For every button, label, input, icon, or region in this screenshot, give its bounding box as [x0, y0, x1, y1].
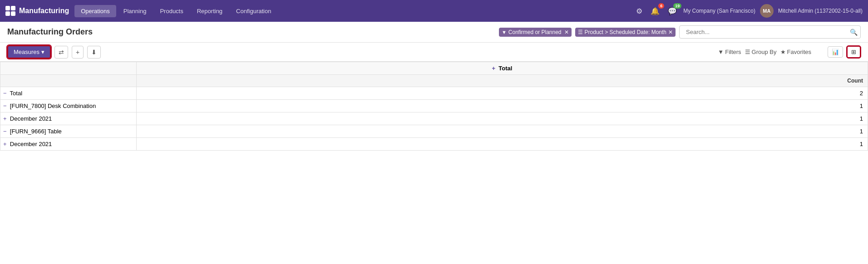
row-dec2021a-value: 1 [137, 112, 868, 125]
bell-icon[interactable]: 🔔 6 [649, 5, 661, 17]
filters-link[interactable]: ▼ Filters [718, 49, 741, 55]
measures-label: Measures [14, 49, 39, 55]
row-total-label: − Total [0, 87, 137, 100]
bar-chart-view-button[interactable]: 📊 [828, 46, 843, 58]
filter-chip-confirmed-remove[interactable]: ✕ [564, 29, 569, 35]
app-logo[interactable]: Manufacturing [5, 6, 69, 16]
expand-dec2021b-icon[interactable]: + [3, 141, 7, 147]
favorites-link[interactable]: ★ Favorites [780, 49, 811, 55]
nav-item-reporting[interactable]: Reporting [191, 5, 229, 17]
row-dec2021a-label: + December 2021 [0, 112, 137, 125]
row-furn9666-value: 1 [137, 125, 868, 138]
filter-chip-product[interactable]: ☰ Product > Scheduled Date: Month ✕ [575, 28, 676, 37]
download-icon-button[interactable]: ⬇ [87, 46, 101, 59]
table-icon: ☰ [578, 29, 583, 35]
row-dec2021b-label: + December 2021 [0, 138, 137, 151]
secondary-bar: Manufacturing Orders ▼ Confirmed or Plan… [0, 22, 868, 43]
measures-button[interactable]: Measures ▾ [7, 45, 51, 59]
nav-item-products[interactable]: Products [153, 5, 189, 17]
pivot-view-button[interactable]: ⊞ [847, 46, 861, 58]
search-input[interactable] [682, 27, 848, 37]
favorites-label: Favorites [787, 49, 811, 55]
top-navigation: Manufacturing Operations Planning Produc… [0, 0, 868, 22]
row-label-header [0, 62, 137, 75]
measures-dropdown-arrow: ▾ [41, 49, 44, 55]
groupby-label: Group By [752, 49, 777, 55]
groupby-icon: ☰ [745, 49, 750, 55]
collapse-furn7800-icon[interactable]: − [3, 103, 7, 109]
filters-label: Filters [725, 49, 741, 55]
page-title: Manufacturing Orders [7, 27, 495, 37]
row-furn9666-label: − [FURN_9666] Table [0, 125, 137, 138]
filter-chip-confirmed-label: Confirmed or Planned [508, 29, 562, 35]
table-row: + December 2021 1 [0, 138, 868, 151]
table-row: − [FURN_9666] Table 1 [0, 125, 868, 138]
filter-chip-product-label: Product > Scheduled Date: Month [585, 29, 666, 35]
nav-menu: Operations Planning Products Reporting C… [74, 5, 632, 17]
swap-icon-button[interactable]: ⇄ [54, 46, 68, 59]
count-column-header: Count [137, 75, 868, 87]
bell-badge: 6 [658, 3, 664, 9]
chat-icon[interactable]: 💬 19 [666, 5, 679, 17]
row-dec2021b-value: 1 [137, 138, 868, 151]
row-furn7800-label: − [FURN_7800] Desk Combination [0, 100, 137, 112]
pivot-table: + + Total Total Count − Total 2 [0, 62, 868, 151]
content-area: + + Total Total Count − Total 2 [0, 62, 868, 264]
filter-chip-product-remove[interactable]: ✕ [668, 29, 673, 35]
chat-badge: 19 [673, 3, 681, 9]
nav-item-configuration[interactable]: Configuration [230, 5, 277, 17]
collapse-furn9666-icon[interactable]: − [3, 128, 7, 135]
company-label: My Company (San Francisco) [683, 8, 755, 14]
star-icon: ★ [780, 49, 786, 55]
nav-item-planning[interactable]: Planning [117, 5, 153, 17]
row-total-value: 2 [137, 87, 868, 100]
table-row: − [FURN_7800] Desk Combination 1 [0, 100, 868, 112]
total-column-header: + + Total Total [137, 62, 868, 75]
filter-triangle-icon: ▼ [718, 49, 724, 55]
grid-icon [5, 6, 15, 16]
row-furn7800-value: 1 [137, 100, 868, 112]
search-wrap: 🔍 [679, 25, 861, 39]
toolbar: Measures ▾ ⇄ + ⬇ ▼ Filters ☰ Group By ★ … [0, 43, 868, 62]
empty-area [0, 151, 868, 264]
add-icon-button[interactable]: + [72, 46, 84, 59]
collapse-total-icon[interactable]: − [3, 90, 7, 97]
toolbar-right: ▼ Filters ☰ Group By ★ Favorites 📊 ⊞ [718, 46, 861, 58]
user-label: Mitchell Admin (11372002-15-0-all) [778, 8, 863, 14]
avatar[interactable]: MA [760, 4, 774, 18]
funnel-icon: ▼ [502, 29, 507, 35]
table-row: − Total 2 [0, 87, 868, 100]
filter-chip-confirmed[interactable]: ▼ Confirmed or Planned ✕ [499, 28, 572, 37]
nav-right-section: ⚙ 🔔 6 💬 19 My Company (San Francisco) MA… [634, 4, 863, 18]
empty-sub-header [0, 75, 137, 87]
search-icon[interactable]: 🔍 [850, 29, 858, 36]
expand-dec2021a-icon[interactable]: + [3, 115, 7, 122]
settings-icon[interactable]: ⚙ [634, 5, 644, 17]
nav-item-operations[interactable]: Operations [74, 5, 116, 17]
groupby-link[interactable]: ☰ Group By [745, 49, 777, 55]
table-row: + December 2021 1 [0, 112, 868, 125]
app-title: Manufacturing [19, 7, 69, 15]
plus-expand-total[interactable]: + [492, 65, 496, 72]
